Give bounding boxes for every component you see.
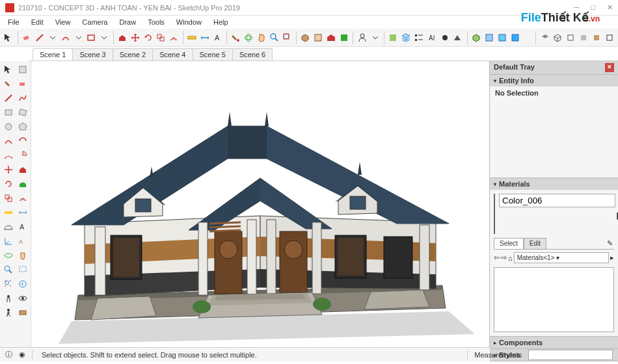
eyedropper-icon[interactable]: ✎ [606,238,614,249]
view-right-icon[interactable] [509,31,521,45]
circle-icon[interactable] [1,120,15,133]
3pt-arc-icon[interactable] [1,148,15,162]
maximize-button[interactable]: □ [591,3,595,12]
orbit-tool-icon[interactable] [243,31,255,45]
section-plane-icon[interactable] [16,306,29,319]
wireframe-icon[interactable] [552,31,564,45]
tape-tool-icon[interactable] [186,31,198,45]
dimension-icon[interactable] [16,205,29,219]
dropdown-icon[interactable] [46,31,59,45]
material-name-input[interactable] [499,194,615,207]
menu-window[interactable]: Window [171,17,207,27]
scene-tab[interactable]: Scene 5 [193,48,233,60]
followme-icon[interactable] [16,177,29,190]
measurements-input[interactable] [528,350,613,360]
pushpull-tool-icon[interactable] [116,31,128,45]
tray-close-button[interactable]: ✕ [605,63,614,72]
offset-tool-icon[interactable] [168,31,180,45]
extension-icon[interactable] [338,31,351,45]
style-icon[interactable]: AI [425,31,438,45]
material-thumbnails[interactable] [494,267,614,332]
eraser-icon[interactable] [21,31,33,45]
rectangle-icon[interactable] [1,105,15,119]
rectangle-tool-icon[interactable] [85,31,98,45]
zoom-extents-icon[interactable] [1,277,15,291]
pan-icon[interactable] [16,248,29,262]
minimize-button[interactable]: ─ [574,3,580,12]
freehand-icon[interactable] [16,91,29,105]
scale-tool-icon[interactable] [155,31,167,45]
rotated-rect-icon[interactable] [16,105,29,119]
warehouse-icon[interactable] [325,31,338,45]
materials-tab-select[interactable]: Select [494,238,524,249]
group-icon[interactable] [312,31,325,45]
line-tool-icon[interactable] [34,31,46,45]
nav-fwd-icon[interactable]: ⇨ [501,254,507,262]
menu-camera[interactable]: Camera [77,17,113,27]
menu-edit[interactable]: Edit [26,17,49,27]
2pt-arc-icon[interactable] [16,134,29,148]
zoom-icon[interactable] [1,263,15,276]
component-icon[interactable] [299,31,312,45]
shadow-icon[interactable] [438,31,451,45]
view-front-icon[interactable] [496,31,508,45]
menu-file[interactable]: File [3,17,25,27]
scene-tab[interactable]: Scene 1 [33,48,73,60]
line-icon[interactable] [1,91,15,105]
components-header[interactable]: Components [490,337,618,348]
arc-tool-icon[interactable] [59,31,72,45]
walk-icon[interactable] [1,306,15,319]
move-tool-icon[interactable] [129,31,141,45]
dropdown-icon[interactable] [369,31,381,45]
scene-tab[interactable]: Scene 4 [152,48,193,60]
zoom-window-icon[interactable] [16,263,29,276]
help-icon[interactable]: ⓘ [5,350,12,359]
move-icon[interactable] [1,162,15,176]
materials-header[interactable]: Materials [490,178,618,190]
rotate-icon[interactable] [1,177,15,190]
material-library-select[interactable]: Materials<1> ▾ [514,252,609,263]
pie-icon[interactable] [16,148,29,162]
polygon-icon[interactable] [16,120,29,133]
dimension-tool-icon[interactable] [198,31,211,45]
layers-icon[interactable] [400,31,412,45]
close-button[interactable]: ✕ [607,3,613,12]
arc-icon[interactable] [1,134,15,148]
person-icon[interactable] [356,31,368,45]
pushpull-icon[interactable] [16,162,29,176]
menu-help[interactable]: Help [208,17,234,27]
details-icon[interactable]: ▸ [610,254,614,262]
select-tool-icon[interactable] [3,31,15,45]
orbit-icon[interactable] [1,248,15,262]
scale-icon[interactable] [1,191,15,205]
menu-tools[interactable]: Tools [142,17,170,27]
section-icon[interactable] [387,31,399,45]
home-icon[interactable]: ⌂ [508,254,513,262]
shaded-icon[interactable] [578,31,590,45]
rotate-tool-icon[interactable] [142,31,154,45]
look-around-icon[interactable] [16,291,29,305]
hidden-line-icon[interactable] [565,31,577,45]
view-iso-icon[interactable] [470,31,483,45]
protractor-icon[interactable] [1,220,15,233]
tape-icon[interactable] [1,205,15,219]
offset-icon[interactable] [16,191,29,205]
text-icon[interactable]: A [16,220,29,233]
eraser-icon[interactable] [16,77,29,90]
materials-tab-edit[interactable]: Edit [524,238,546,249]
dropdown-icon[interactable] [72,31,85,45]
nav-back-icon[interactable]: ⇦ [494,254,500,262]
3d-viewport[interactable]: Copyright © FileThietKe.vn [31,61,489,347]
textured-icon[interactable] [590,31,602,45]
zoom-tool-icon[interactable] [268,31,280,45]
menu-draw[interactable]: Draw [114,17,141,27]
3dtext-icon[interactable]: A [16,234,29,248]
geolocation-icon[interactable]: ◉ [19,350,25,359]
text-tool-icon[interactable]: A [211,31,224,45]
position-camera-icon[interactable] [1,291,15,305]
view-top-icon[interactable] [483,31,496,45]
entity-info-header[interactable]: Entity Info [490,75,618,86]
material-swatch[interactable] [494,194,495,234]
monochrome-icon[interactable] [603,31,615,45]
paint-icon[interactable] [1,77,15,90]
